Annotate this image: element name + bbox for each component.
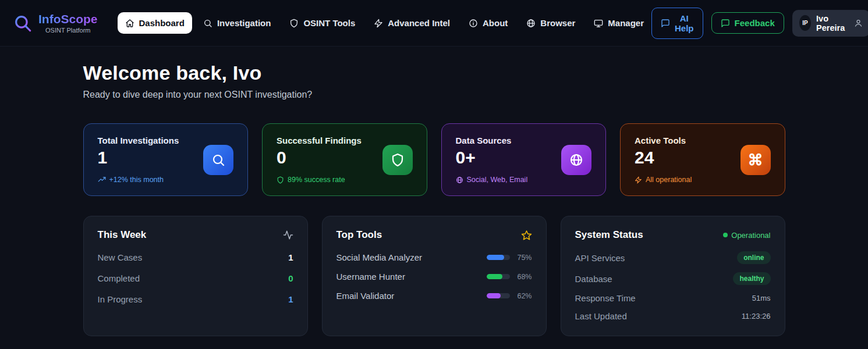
tool-percent: 75% <box>515 254 532 262</box>
command-icon: ⌘ <box>741 145 771 175</box>
top-navbar: InfoScope OSINT Platform Dashboard Inves… <box>0 0 868 47</box>
shield-icon <box>289 19 299 28</box>
stat-value: 24 <box>635 148 692 168</box>
status-row-last-updated: Last Updated 11:23:26 <box>575 311 771 321</box>
stat-card-total-investigations[interactable]: Total Investigations 1 +12% this month <box>83 123 249 196</box>
page-subtitle: Ready to dive deep into your next OSINT … <box>83 90 785 100</box>
nav-item-investigation[interactable]: Investigation <box>196 12 279 34</box>
row-label: Response Time <box>575 293 636 303</box>
nav-label: Investigation <box>217 18 271 28</box>
stat-note-text: All operational <box>646 176 692 184</box>
progress-bar <box>487 255 510 260</box>
brand-name: InfoScope <box>38 12 98 26</box>
this-week-panel: This Week New Cases 1 Completed 0 In Pro… <box>83 216 308 336</box>
zap-icon <box>374 19 383 28</box>
chat-icon <box>661 19 670 28</box>
stat-value: 0+ <box>456 148 528 168</box>
stat-value: 1 <box>98 148 179 168</box>
row-label: Database <box>575 274 612 284</box>
nav-label: OSINT Tools <box>303 18 355 28</box>
operational-status: Operational <box>723 231 770 240</box>
search-icon <box>203 19 212 28</box>
nav-label: Dashboard <box>139 18 185 28</box>
row-label: Last Updated <box>575 311 627 321</box>
stat-value: 0 <box>277 148 362 168</box>
status-dot <box>723 233 728 237</box>
bottom-grid: This Week New Cases 1 Completed 0 In Pro… <box>83 216 785 336</box>
globe-small-icon <box>456 176 463 184</box>
nav-item-osint-tools[interactable]: OSINT Tools <box>282 12 363 34</box>
tool-label: Social Media Analyzer <box>336 252 423 262</box>
brand[interactable]: InfoScope OSINT Platform <box>13 12 98 34</box>
main-content: Welcome back, Ivo Ready to dive deep int… <box>83 47 785 336</box>
star-icon <box>521 230 532 241</box>
feedback-button[interactable]: Feedback <box>711 12 784 34</box>
nav-item-manager[interactable]: Manager <box>586 12 651 34</box>
row-value: 1 <box>288 252 293 262</box>
nav-item-browser[interactable]: Browser <box>519 12 583 34</box>
nav-item-advanced-intel[interactable]: Advanced Intel <box>366 12 458 34</box>
system-status-panel: System Status Operational API Services o… <box>561 216 785 336</box>
nav-label: About <box>483 18 508 28</box>
status-row-api-services: API Services online <box>575 251 771 264</box>
nav-item-dashboard[interactable]: Dashboard <box>118 12 192 34</box>
week-row-new-cases: New Cases 1 <box>98 252 293 262</box>
stat-note-text: 89% success rate <box>288 176 345 184</box>
progress-bar <box>487 293 510 298</box>
week-row-completed: Completed 0 <box>98 273 293 283</box>
stat-label: Active Tools <box>635 136 692 145</box>
nav-item-about[interactable]: About <box>461 12 515 34</box>
stat-label: Total Investigations <box>98 136 179 145</box>
status-row-database: Database healthy <box>575 272 771 285</box>
top-tools-panel: Top Tools Social Media Analyzer 75% User… <box>322 216 547 336</box>
search-icon <box>203 145 233 175</box>
nav-label: Manager <box>608 18 644 28</box>
message-icon <box>721 19 730 28</box>
row-label: New Cases <box>98 252 143 262</box>
tool-row-email-validator: Email Validator 62% <box>336 291 532 301</box>
panel-title: This Week <box>98 229 147 241</box>
stat-note-text: +12% this month <box>109 176 164 184</box>
stats-grid: Total Investigations 1 +12% this month S… <box>83 123 785 196</box>
row-value: 1 <box>288 294 293 304</box>
ai-help-label: AI Help <box>675 13 694 33</box>
globe-icon <box>526 19 536 28</box>
tool-percent: 68% <box>515 273 532 281</box>
tool-percent: 62% <box>515 292 532 300</box>
stat-card-data-sources[interactable]: Data Sources 0+ Social, Web, Email <box>441 123 607 196</box>
row-label: Completed <box>98 273 140 283</box>
stat-label: Successful Findings <box>277 136 362 145</box>
nav-label: Advanced Intel <box>388 18 450 28</box>
info-icon <box>469 19 478 28</box>
stat-card-active-tools[interactable]: Active Tools 24 All operational ⌘ <box>620 123 785 196</box>
week-row-in-progress: In Progress 1 <box>98 294 293 304</box>
nav-label: Browser <box>540 18 575 28</box>
activity-icon <box>283 230 293 240</box>
status-badge: healthy <box>733 272 770 285</box>
shield-small-icon <box>277 176 284 184</box>
tool-row-username-hunter: Username Hunter 68% <box>336 272 532 282</box>
monitor-icon <box>594 19 603 28</box>
row-value: 11:23:26 <box>742 312 771 320</box>
status-row-response-time: Response Time 51ms <box>575 293 771 303</box>
row-value: 0 <box>288 273 293 283</box>
tool-label: Username Hunter <box>336 272 405 282</box>
user-menu[interactable]: IP Ivo Pereira <box>792 10 868 37</box>
stat-card-successful-findings[interactable]: Successful Findings 0 89% success rate <box>262 123 427 196</box>
user-icon <box>854 19 863 27</box>
globe-icon <box>561 145 591 175</box>
ai-help-button[interactable]: AI Help <box>651 8 703 39</box>
page-title: Welcome back, Ivo <box>83 62 785 84</box>
feedback-label: Feedback <box>735 18 775 28</box>
tool-label: Email Validator <box>336 291 395 301</box>
main-nav: Dashboard Investigation OSINT Tools Adva… <box>118 12 652 34</box>
stat-note-text: Social, Web, Email <box>467 176 528 184</box>
user-name: Ivo Pereira <box>816 14 849 33</box>
shield-icon <box>382 145 413 175</box>
panel-title: System Status <box>575 229 643 241</box>
row-value: 51ms <box>752 294 771 302</box>
progress-bar <box>487 274 510 279</box>
panel-title: Top Tools <box>336 229 382 241</box>
brand-subtitle: OSINT Platform <box>45 27 90 34</box>
tool-row-social-media-analyzer: Social Media Analyzer 75% <box>336 252 532 262</box>
